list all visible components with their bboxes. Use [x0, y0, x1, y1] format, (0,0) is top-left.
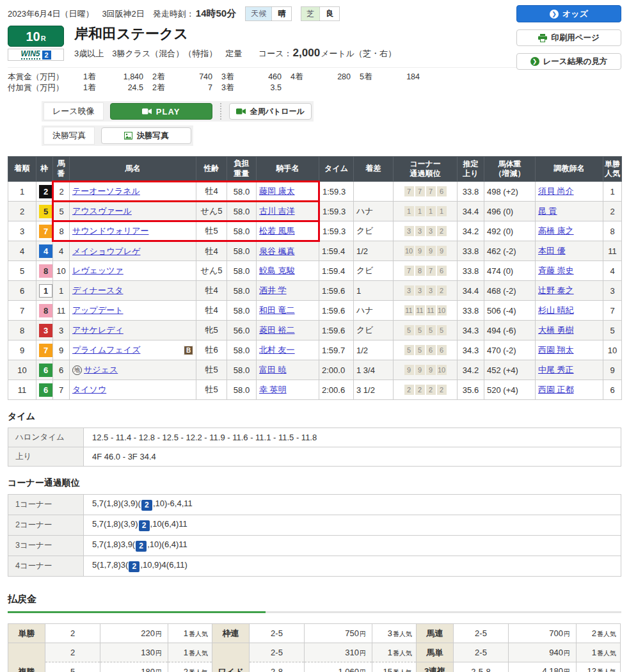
race-title: 岸和田ステークス — [74, 26, 396, 42]
horse-name-link[interactable]: レヴェッツァ — [72, 266, 123, 275]
trainer-cell: 中尾 秀正 — [536, 360, 603, 380]
horse-name-link[interactable]: アウスヴァール — [72, 206, 132, 216]
jockey-link[interactable]: 幸 英明 — [259, 385, 287, 394]
margin: ハナ — [354, 202, 394, 221]
jockey-link[interactable]: 古川 吉洋 — [259, 206, 295, 216]
corner-position: 7 — [404, 266, 414, 276]
payout-amount: 750円 — [305, 624, 372, 643]
finish-time: 1:59.6 — [319, 281, 354, 301]
horse-name-link[interactable]: アサケレディ — [72, 325, 123, 335]
popularity-suffix: 番人気 — [597, 668, 616, 672]
print-page-button[interactable]: 印刷用ページ — [516, 29, 621, 46]
jockey-link[interactable]: 酒井 学 — [259, 285, 287, 295]
jockey-link[interactable]: 菱田 裕二 — [259, 325, 295, 335]
corner-position: 9 — [426, 365, 436, 375]
waku-badge: 1 — [39, 284, 52, 298]
win-favorite-rank: 3 — [603, 281, 622, 301]
trainer-link[interactable]: 西園 正都 — [538, 385, 574, 394]
odds-button[interactable]: ❯ オッズ — [516, 5, 621, 22]
margin: 1/2 — [354, 241, 394, 261]
horse-number: 10 — [53, 261, 70, 281]
carried-weight: 58.0 — [227, 221, 257, 241]
horse-name-link[interactable]: サジェス — [84, 365, 118, 374]
course-info: コース：2,000メートル（芝・右） — [259, 49, 396, 58]
payout-amount: 1,060円 — [305, 662, 372, 672]
popularity-suffix: 番人気 — [189, 630, 208, 637]
horse-name-cell: ディナースタ — [70, 281, 196, 301]
play-button[interactable]: PLAY — [110, 103, 212, 120]
horse-name-cell: サウンドウォリアー — [70, 221, 196, 241]
trainer-link[interactable]: 本田 優 — [538, 246, 566, 255]
carried-weight: 58.0 — [227, 261, 257, 281]
sex-age: 牡4 — [196, 182, 227, 202]
horse-name-link[interactable]: サウンドウォリアー — [72, 226, 148, 236]
popularity-suffix: 番人気 — [393, 669, 412, 672]
corner-order-row: 2コーナー5,7(1,8)(3,9)2,10(6,4)11 — [8, 515, 621, 536]
jockey-cell: 鮫島 克駿 — [257, 261, 319, 281]
trainer-link[interactable]: 高橋 康之 — [538, 226, 574, 236]
jockey-link[interactable]: 富田 暁 — [259, 365, 287, 374]
trainer-link[interactable]: 昆 貢 — [538, 206, 557, 216]
bet-type-label: 枠連 — [212, 624, 250, 643]
last-3f-time: 33.8 — [458, 182, 484, 202]
trainer-link[interactable]: 斉藤 崇史 — [538, 266, 574, 275]
combination: 2-5 — [250, 643, 305, 662]
finish-position: 8 — [8, 321, 36, 340]
time-row: 上り4F 46.0 - 3F 34.4 — [8, 447, 621, 467]
corner-order-row: 3コーナー5,7(1,8)3,9(2,10)(6,4)11 — [8, 536, 621, 556]
payout-table: 単勝2220円1番人気枠連2-5750円3番人気馬連2-5700円2番人気複勝2… — [8, 623, 621, 672]
trainer-cell: 大橋 勇樹 — [536, 321, 603, 340]
popularity-rank: 2番人気 — [577, 624, 621, 643]
horse-number: 9 — [53, 340, 70, 360]
result-row: 979プライムフェイズB牡658.0北村 友一1:59.71/2556634.3… — [8, 340, 622, 360]
waku-cell: 4 — [36, 241, 53, 261]
trainer-link[interactable]: 中尾 秀正 — [538, 365, 574, 374]
column-header: コーナー 通過順位 — [394, 157, 458, 182]
win-favorite-rank: 1 — [603, 182, 622, 202]
horse-name-link[interactable]: ディナースタ — [72, 285, 123, 295]
jockey-link[interactable]: 北村 友一 — [259, 345, 295, 355]
trainer-link[interactable]: 西園 翔太 — [538, 345, 574, 355]
finish-position: 2 — [8, 202, 36, 221]
waku-cell: 2 — [36, 182, 53, 202]
corner-order-row: 1コーナー5,7(1,8)(3,9)(2,10)-6,4,11 — [8, 495, 621, 515]
trainer-link[interactable]: 大橋 勇樹 — [538, 325, 574, 335]
prize-main-label: 本賞金（万円） — [8, 72, 74, 83]
finish-photo-strip: 決勝写真 決勝写真 — [42, 125, 193, 146]
time-table: ハロンタイム12.5 - 11.4 - 12.8 - 12.5 - 12.2 -… — [8, 428, 621, 467]
jockey-link[interactable]: 和田 竜二 — [259, 305, 295, 315]
trainer-link[interactable]: 杉山 晴紀 — [538, 305, 574, 315]
corner-position: 5 — [415, 345, 425, 355]
prize-value: 24.5 — [107, 83, 143, 93]
corner-positions: 7876 — [394, 261, 458, 281]
trainer-cell: 須貝 尚介 — [536, 182, 603, 202]
result-row: 7811アップデート牡458.0和田 竜二1:59.6ハナ1111111033.… — [8, 301, 622, 321]
weather-value: 晴 — [272, 7, 291, 20]
jockey-link[interactable]: 松若 風馬 — [259, 226, 295, 236]
trainer-link[interactable]: 須貝 尚介 — [538, 186, 574, 196]
horse-name-link[interactable]: テーオーソラネル — [72, 186, 140, 196]
patrol-video-button[interactable]: 全周パトロール — [229, 103, 312, 120]
horse-name-link[interactable]: メイショウブレゲ — [72, 246, 140, 256]
result-guide-button[interactable]: ❯ レース結果の見方 — [516, 53, 621, 70]
waku-cell: 7 — [36, 340, 53, 360]
horse-name-link[interactable]: プライムフェイズ — [72, 345, 140, 355]
finish-photo-button[interactable]: 決勝写真 — [101, 127, 191, 144]
horse-name-link[interactable]: タイソウ — [72, 385, 106, 394]
jockey-link[interactable]: 鮫島 克駿 — [259, 266, 295, 275]
payout-amount: 700円 — [509, 624, 577, 643]
column-header: 馬名 — [70, 157, 196, 182]
jockey-link[interactable]: 泉谷 楓真 — [259, 246, 295, 256]
prize-value: 184 — [384, 72, 420, 83]
trainer-cell: 西園 翔太 — [536, 340, 603, 360]
jockey-link[interactable]: 藤岡 康太 — [259, 186, 295, 196]
video-camera-icon — [142, 108, 152, 115]
finish-position: 1 — [8, 182, 36, 202]
horse-name-link[interactable]: アップデート — [72, 305, 123, 315]
yen-suffix: 円 — [155, 650, 162, 657]
prize-main-row: 本賞金（万円） 1着1,8402着7403着4604着2805着184 — [8, 72, 621, 83]
trainer-link[interactable]: 辻野 泰之 — [538, 285, 574, 295]
carried-weight: 58.0 — [227, 202, 257, 221]
corner-position: 11 — [415, 305, 425, 316]
corner-position: 2 — [437, 226, 447, 236]
